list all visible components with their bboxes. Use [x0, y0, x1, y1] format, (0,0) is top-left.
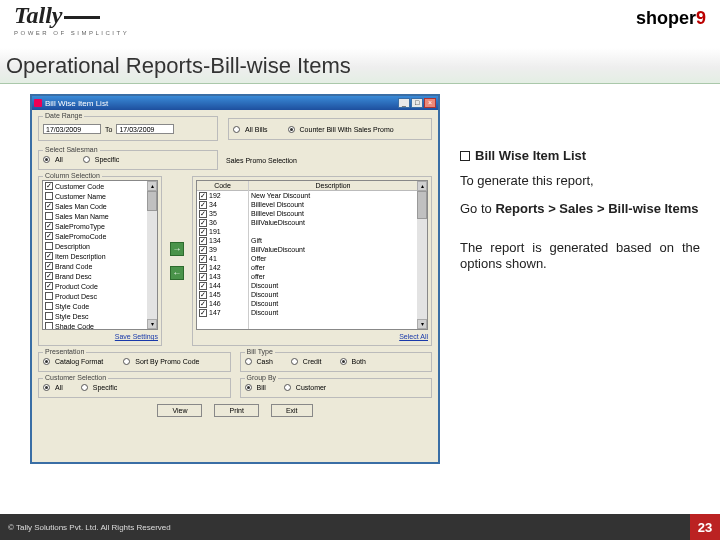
group-bill-radio[interactable]: [245, 384, 252, 391]
promo-row[interactable]: 41: [197, 254, 248, 263]
checkbox-icon[interactable]: [45, 222, 53, 230]
promo-row[interactable]: 146: [197, 299, 248, 308]
checkbox-icon[interactable]: [45, 262, 53, 270]
exit-button[interactable]: Exit: [271, 404, 313, 417]
sort-radio[interactable]: [123, 358, 130, 365]
checkbox-icon[interactable]: [199, 192, 207, 200]
cust-specific-label: Specific: [93, 384, 118, 391]
checkbox-icon[interactable]: [199, 237, 207, 245]
promo-row[interactable]: 35: [197, 209, 248, 218]
checkbox-icon[interactable]: [45, 322, 53, 330]
column-item[interactable]: Sales Man Code: [43, 201, 147, 211]
all-bills-radio[interactable]: [233, 126, 240, 133]
checkbox-icon[interactable]: [199, 246, 207, 254]
checkbox-icon[interactable]: [199, 219, 207, 227]
promo-desc-row: [249, 227, 417, 236]
promo-row[interactable]: 142: [197, 263, 248, 272]
checkbox-icon[interactable]: [45, 272, 53, 280]
promo-row[interactable]: 34: [197, 200, 248, 209]
column-item[interactable]: Product Code: [43, 281, 147, 291]
maximize-icon[interactable]: □: [411, 98, 423, 108]
promo-row[interactable]: 192: [197, 191, 248, 200]
cash-radio[interactable]: [245, 358, 252, 365]
close-icon[interactable]: ×: [424, 98, 436, 108]
checkbox-icon[interactable]: [45, 232, 53, 240]
promo-row[interactable]: 144: [197, 281, 248, 290]
scrollbar[interactable]: ▴ ▾: [147, 181, 157, 329]
promo-row[interactable]: 36: [197, 218, 248, 227]
checkbox-icon[interactable]: [199, 273, 207, 281]
checkbox-icon[interactable]: [45, 312, 53, 320]
promo-code: 192: [209, 191, 221, 200]
date-to-field[interactable]: 17/03/2009: [116, 124, 174, 134]
column-item[interactable]: Customer Name: [43, 191, 147, 201]
column-item[interactable]: Brand Code: [43, 261, 147, 271]
checkbox-icon[interactable]: [199, 291, 207, 299]
checkbox-icon[interactable]: [199, 255, 207, 263]
scrollbar[interactable]: ▴ ▾: [417, 181, 427, 329]
minimize-icon[interactable]: _: [398, 98, 410, 108]
checkbox-icon[interactable]: [45, 202, 53, 210]
checkbox-icon[interactable]: [45, 292, 53, 300]
checkbox-icon[interactable]: [45, 242, 53, 250]
column-item[interactable]: Brand Desc: [43, 271, 147, 281]
save-settings-link[interactable]: Save Settings: [115, 333, 158, 340]
counter-bills-radio[interactable]: [288, 126, 295, 133]
promo-row[interactable]: 147: [197, 308, 248, 317]
checkbox-icon[interactable]: [45, 192, 53, 200]
column-item[interactable]: SalePromoType: [43, 221, 147, 231]
catalog-radio[interactable]: [43, 358, 50, 365]
column-item[interactable]: Style Code: [43, 301, 147, 311]
checkbox-icon[interactable]: [199, 228, 207, 236]
promo-desc-row: Discount: [249, 299, 417, 308]
promo-row[interactable]: 191: [197, 227, 248, 236]
column-item[interactable]: Description: [43, 241, 147, 251]
checkbox-icon[interactable]: [199, 300, 207, 308]
view-button[interactable]: View: [157, 404, 202, 417]
checkbox-icon[interactable]: [199, 201, 207, 209]
checkbox-icon[interactable]: [199, 309, 207, 317]
column-item[interactable]: Style Desc: [43, 311, 147, 321]
copyright: © Tally Solutions Pvt. Ltd. All Rights R…: [8, 523, 171, 532]
print-button[interactable]: Print: [214, 404, 258, 417]
scroll-up-icon[interactable]: ▴: [417, 181, 427, 191]
cust-specific-radio[interactable]: [81, 384, 88, 391]
checkbox-icon[interactable]: [199, 282, 207, 290]
checkbox-icon[interactable]: [45, 252, 53, 260]
promo-row[interactable]: 134: [197, 236, 248, 245]
column-item-label: Customer Code: [55, 183, 104, 190]
checkbox-icon[interactable]: [45, 182, 53, 190]
column-selection-label: Column Selection: [43, 172, 102, 179]
promo-row[interactable]: 39: [197, 245, 248, 254]
date-from-field[interactable]: 17/03/2009: [43, 124, 101, 134]
column-item[interactable]: Shade Code: [43, 321, 147, 330]
column-item[interactable]: Item Description: [43, 251, 147, 261]
credit-radio[interactable]: [291, 358, 298, 365]
checkbox-icon[interactable]: [199, 210, 207, 218]
salesman-all-label: All: [55, 156, 63, 163]
catalog-label: Catalog Format: [55, 358, 103, 365]
column-item[interactable]: Sales Man Name: [43, 211, 147, 221]
move-left-icon[interactable]: ←: [170, 266, 184, 280]
checkbox-icon[interactable]: [199, 264, 207, 272]
salesman-specific-radio[interactable]: [83, 156, 90, 163]
checkbox-icon[interactable]: [45, 282, 53, 290]
scroll-up-icon[interactable]: ▴: [147, 181, 157, 191]
promo-row[interactable]: 145: [197, 290, 248, 299]
promo-code: 146: [209, 299, 221, 308]
column-item[interactable]: Customer Code: [43, 181, 147, 191]
scroll-down-icon[interactable]: ▾: [147, 319, 157, 329]
salesman-all-radio[interactable]: [43, 156, 50, 163]
checkbox-icon[interactable]: [45, 302, 53, 310]
group-customer-radio[interactable]: [284, 384, 291, 391]
column-item[interactable]: Product Desc: [43, 291, 147, 301]
select-all-link[interactable]: Select All: [399, 333, 428, 340]
both-radio[interactable]: [340, 358, 347, 365]
move-right-icon[interactable]: →: [170, 242, 184, 256]
column-item[interactable]: SalePromoCode: [43, 231, 147, 241]
scroll-down-icon[interactable]: ▾: [417, 319, 427, 329]
cust-all-radio[interactable]: [43, 384, 50, 391]
column-listbox[interactable]: Customer CodeCustomer NameSales Man Code…: [42, 180, 158, 330]
checkbox-icon[interactable]: [45, 212, 53, 220]
promo-row[interactable]: 143: [197, 272, 248, 281]
